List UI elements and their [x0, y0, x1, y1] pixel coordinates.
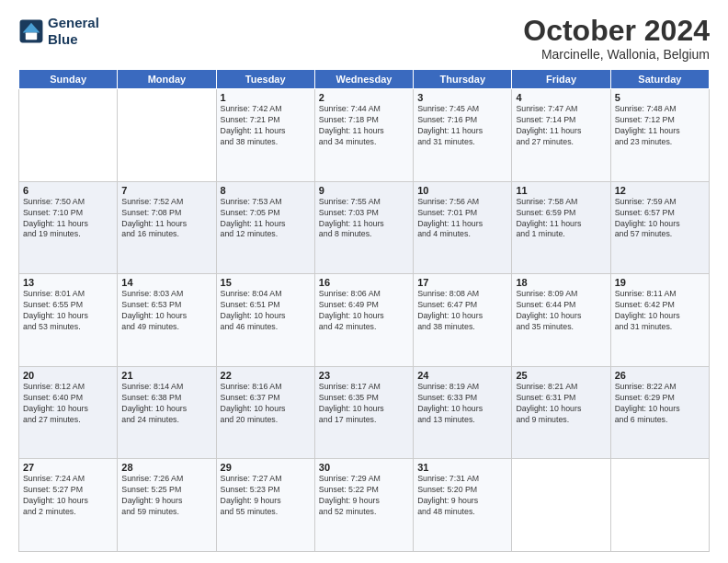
page: General Blue October 2024 Marcinelle, Wa…: [0, 0, 728, 563]
calendar-cell: 8Sunrise: 7:53 AM Sunset: 7:05 PM Daylig…: [216, 181, 314, 274]
day-number: 7: [121, 185, 211, 196]
day-number: 2: [319, 92, 409, 103]
calendar-cell: 29Sunrise: 7:27 AM Sunset: 5:23 PM Dayli…: [216, 459, 314, 552]
day-number: 5: [615, 92, 705, 103]
calendar-cell: 31Sunrise: 7:31 AM Sunset: 5:20 PM Dayli…: [414, 459, 512, 552]
day-info: Sunrise: 8:22 AM Sunset: 6:29 PM Dayligh…: [615, 382, 705, 426]
calendar-cell: 25Sunrise: 8:21 AM Sunset: 6:31 PM Dayli…: [512, 366, 610, 459]
day-number: 10: [417, 185, 507, 196]
calendar-cell: 16Sunrise: 8:06 AM Sunset: 6:49 PM Dayli…: [314, 274, 413, 367]
day-info: Sunrise: 7:44 AM Sunset: 7:18 PM Dayligh…: [319, 104, 409, 148]
calendar-cell: [118, 89, 216, 182]
day-number: 23: [319, 370, 409, 381]
calendar-cell: 30Sunrise: 7:29 AM Sunset: 5:22 PM Dayli…: [314, 459, 413, 552]
logo-line1: General: [48, 15, 99, 31]
calendar-cell: 1Sunrise: 7:42 AM Sunset: 7:21 PM Daylig…: [216, 89, 314, 182]
day-info: Sunrise: 7:50 AM Sunset: 7:10 PM Dayligh…: [23, 197, 113, 241]
day-info: Sunrise: 7:27 AM Sunset: 5:23 PM Dayligh…: [221, 474, 311, 518]
day-info: Sunrise: 7:42 AM Sunset: 7:21 PM Dayligh…: [221, 104, 311, 148]
day-number: 16: [319, 277, 409, 288]
week-row-1: 1Sunrise: 7:42 AM Sunset: 7:21 PM Daylig…: [19, 89, 710, 182]
day-number: 18: [516, 277, 606, 288]
day-number: 28: [121, 462, 211, 473]
calendar-cell: 28Sunrise: 7:26 AM Sunset: 5:25 PM Dayli…: [118, 459, 216, 552]
day-number: 8: [221, 185, 311, 196]
calendar-cell: 24Sunrise: 8:19 AM Sunset: 6:33 PM Dayli…: [414, 366, 512, 459]
calendar-cell: 13Sunrise: 8:01 AM Sunset: 6:55 PM Dayli…: [19, 274, 118, 367]
day-number: 3: [417, 92, 507, 103]
calendar-cell: 18Sunrise: 8:09 AM Sunset: 6:44 PM Dayli…: [512, 274, 610, 367]
logo-line2: Blue: [48, 31, 99, 48]
month-title: October 2024: [523, 15, 710, 47]
day-info: Sunrise: 8:12 AM Sunset: 6:40 PM Dayligh…: [23, 382, 113, 426]
day-info: Sunrise: 7:59 AM Sunset: 6:57 PM Dayligh…: [615, 197, 705, 241]
week-row-4: 20Sunrise: 8:12 AM Sunset: 6:40 PM Dayli…: [19, 366, 710, 459]
day-info: Sunrise: 7:52 AM Sunset: 7:08 PM Dayligh…: [121, 197, 211, 241]
calendar-cell: 4Sunrise: 7:47 AM Sunset: 7:14 PM Daylig…: [512, 89, 610, 182]
day-number: 26: [615, 370, 705, 381]
day-info: Sunrise: 7:47 AM Sunset: 7:14 PM Dayligh…: [516, 104, 606, 148]
day-info: Sunrise: 8:16 AM Sunset: 6:37 PM Dayligh…: [221, 382, 311, 426]
day-info: Sunrise: 7:48 AM Sunset: 7:12 PM Dayligh…: [615, 104, 705, 148]
day-info: Sunrise: 8:06 AM Sunset: 6:49 PM Dayligh…: [319, 289, 409, 333]
location-subtitle: Marcinelle, Wallonia, Belgium: [523, 47, 710, 62]
day-number: 4: [516, 92, 606, 103]
logo-text: General Blue: [48, 15, 99, 48]
day-number: 1: [221, 92, 311, 103]
day-number: 31: [417, 462, 507, 473]
day-info: Sunrise: 8:14 AM Sunset: 6:38 PM Dayligh…: [121, 382, 211, 426]
header-tuesday: Tuesday: [216, 70, 314, 89]
day-number: 30: [319, 462, 409, 473]
calendar-cell: 26Sunrise: 8:22 AM Sunset: 6:29 PM Dayli…: [610, 366, 709, 459]
calendar-cell: 10Sunrise: 7:56 AM Sunset: 7:01 PM Dayli…: [414, 181, 512, 274]
calendar-cell: [512, 459, 610, 552]
header-wednesday: Wednesday: [314, 70, 413, 89]
calendar-cell: 9Sunrise: 7:55 AM Sunset: 7:03 PM Daylig…: [314, 181, 413, 274]
title-block: October 2024 Marcinelle, Wallonia, Belgi…: [523, 15, 710, 62]
day-info: Sunrise: 8:17 AM Sunset: 6:35 PM Dayligh…: [319, 382, 409, 426]
calendar-cell: 3Sunrise: 7:45 AM Sunset: 7:16 PM Daylig…: [414, 89, 512, 182]
day-info: Sunrise: 7:58 AM Sunset: 6:59 PM Dayligh…: [516, 197, 606, 241]
calendar-cell: 20Sunrise: 8:12 AM Sunset: 6:40 PM Dayli…: [19, 366, 118, 459]
day-number: 14: [121, 277, 211, 288]
day-info: Sunrise: 7:55 AM Sunset: 7:03 PM Dayligh…: [319, 197, 409, 241]
header-monday: Monday: [118, 70, 216, 89]
day-info: Sunrise: 8:11 AM Sunset: 6:42 PM Dayligh…: [615, 289, 705, 333]
calendar-cell: 5Sunrise: 7:48 AM Sunset: 7:12 PM Daylig…: [610, 89, 709, 182]
week-row-3: 13Sunrise: 8:01 AM Sunset: 6:55 PM Dayli…: [19, 274, 710, 367]
logo-icon: [18, 18, 44, 44]
calendar-cell: 14Sunrise: 8:03 AM Sunset: 6:53 PM Dayli…: [118, 274, 216, 367]
calendar-cell: [19, 89, 118, 182]
day-info: Sunrise: 8:01 AM Sunset: 6:55 PM Dayligh…: [23, 289, 113, 333]
calendar-cell: 22Sunrise: 8:16 AM Sunset: 6:37 PM Dayli…: [216, 366, 314, 459]
day-info: Sunrise: 8:09 AM Sunset: 6:44 PM Dayligh…: [516, 289, 606, 333]
day-number: 19: [615, 277, 705, 288]
calendar-cell: 12Sunrise: 7:59 AM Sunset: 6:57 PM Dayli…: [610, 181, 709, 274]
day-info: Sunrise: 7:53 AM Sunset: 7:05 PM Dayligh…: [221, 197, 311, 241]
day-info: Sunrise: 7:26 AM Sunset: 5:25 PM Dayligh…: [121, 474, 211, 518]
calendar-cell: 2Sunrise: 7:44 AM Sunset: 7:18 PM Daylig…: [314, 89, 413, 182]
day-info: Sunrise: 8:03 AM Sunset: 6:53 PM Dayligh…: [121, 289, 211, 333]
svg-rect-2: [26, 33, 37, 40]
calendar-cell: 17Sunrise: 8:08 AM Sunset: 6:47 PM Dayli…: [414, 274, 512, 367]
calendar-cell: 7Sunrise: 7:52 AM Sunset: 7:08 PM Daylig…: [118, 181, 216, 274]
calendar-cell: 21Sunrise: 8:14 AM Sunset: 6:38 PM Dayli…: [118, 366, 216, 459]
day-number: 24: [417, 370, 507, 381]
calendar-cell: 11Sunrise: 7:58 AM Sunset: 6:59 PM Dayli…: [512, 181, 610, 274]
day-number: 6: [23, 185, 113, 196]
day-number: 29: [221, 462, 311, 473]
day-number: 25: [516, 370, 606, 381]
header-row: Sunday Monday Tuesday Wednesday Thursday…: [19, 70, 710, 89]
day-number: 11: [516, 185, 606, 196]
day-number: 27: [23, 462, 113, 473]
calendar-table: Sunday Monday Tuesday Wednesday Thursday…: [18, 69, 710, 552]
day-info: Sunrise: 8:04 AM Sunset: 6:51 PM Dayligh…: [221, 289, 311, 333]
header-friday: Friday: [512, 70, 610, 89]
calendar-cell: 19Sunrise: 8:11 AM Sunset: 6:42 PM Dayli…: [610, 274, 709, 367]
calendar-cell: 27Sunrise: 7:24 AM Sunset: 5:27 PM Dayli…: [19, 459, 118, 552]
day-info: Sunrise: 8:08 AM Sunset: 6:47 PM Dayligh…: [417, 289, 507, 333]
day-info: Sunrise: 7:56 AM Sunset: 7:01 PM Dayligh…: [417, 197, 507, 241]
day-number: 15: [221, 277, 311, 288]
day-info: Sunrise: 8:19 AM Sunset: 6:33 PM Dayligh…: [417, 382, 507, 426]
day-number: 21: [121, 370, 211, 381]
